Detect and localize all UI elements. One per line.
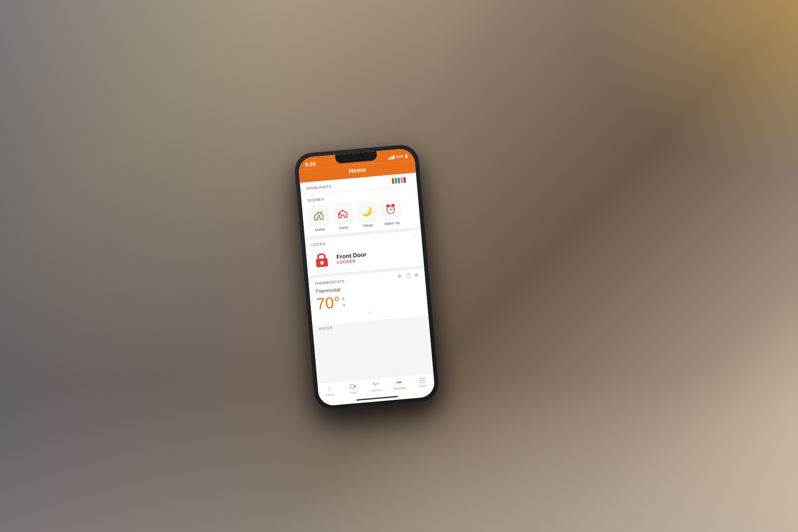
highlights-label: HIGHLIGHTS: [306, 184, 331, 190]
scene-sleep-label: Sleep: [363, 223, 373, 228]
more-nav-icon: [419, 377, 426, 383]
locks-chevron-icon: ›: [414, 233, 416, 239]
scenes-label: SCENES: [307, 197, 324, 202]
scene-item-wakeup[interactable]: ⏰ Wake Up: [380, 199, 402, 226]
svg-line-5: [419, 378, 425, 379]
thermo-controls: ❄ ⏱ ✻: [397, 271, 419, 280]
video-nav-label: Video: [349, 390, 358, 395]
thermostats-label: THERMOSTATS: [315, 279, 345, 286]
content-area: HIGHLIGHTS ›: [300, 173, 433, 383]
lock-icon: [312, 249, 332, 269]
nav-item-activity[interactable]: Activity: [364, 380, 388, 394]
scene-home-label: Home: [315, 227, 325, 232]
scene-wakeup-label: Wake Up: [384, 221, 399, 226]
lock-icon-container: [312, 249, 332, 271]
locks-label: LOCKS: [311, 241, 325, 247]
svg-line-6: [419, 380, 425, 381]
scenes-chevron-icon: ›: [410, 189, 412, 195]
temp-up-arrow[interactable]: ∧: [341, 296, 345, 302]
svg-rect-3: [350, 384, 354, 389]
nav-item-discover[interactable]: Discover: [387, 378, 411, 392]
phone-outer-shell: 6:26 ▾▴▾ ▮ Home: [293, 143, 440, 411]
scene-item-sleep[interactable]: 🌙 Sleep: [356, 201, 378, 228]
scene-item-away[interactable]: Away: [332, 203, 354, 230]
home-nav-label: Home: [325, 393, 335, 397]
scene-away-label: Away: [339, 225, 349, 230]
fan-icon[interactable]: ✻: [414, 271, 419, 278]
wakeup-alarm-icon: ⏰: [385, 204, 397, 215]
scene-wakeup-icon-box: ⏰: [380, 199, 401, 220]
status-time: 6:26: [305, 161, 316, 168]
discover-nav-icon: [395, 379, 403, 386]
scene-home-icon-box: [308, 205, 330, 227]
phone-screen: 6:26 ▾▴▾ ▮ Home: [298, 148, 435, 406]
signal-bars-icon: [388, 155, 395, 159]
svg-line-7: [420, 382, 426, 383]
home-scene-icon: [313, 210, 325, 222]
background-scene: 6:26 ▾▴▾ ▮ Home: [0, 0, 798, 532]
svg-rect-4: [399, 382, 400, 383]
more-nav-label: More: [419, 384, 427, 388]
timer-icon[interactable]: ⏱: [405, 272, 411, 279]
scene-away-icon-box: [332, 203, 354, 224]
wifi-icon: ▾▴▾: [396, 153, 404, 160]
phone-wrapper: 6:26 ▾▴▾ ▮ Home: [293, 143, 440, 411]
activity-nav-icon: [372, 381, 379, 388]
away-scene-icon: [337, 208, 348, 219]
activity-nav-label: Activity: [371, 388, 382, 393]
sleep-moon-icon: 🌙: [361, 206, 373, 217]
nav-item-more[interactable]: More: [411, 377, 435, 389]
lock-info: Front Door LOCKED: [336, 251, 367, 264]
water-label: WATER: [318, 325, 333, 331]
app-title: Home: [348, 166, 366, 175]
scene-item-home[interactable]: Home: [308, 205, 330, 232]
nav-item-video[interactable]: Video: [341, 382, 365, 395]
battery-icon: ▮: [405, 153, 408, 158]
status-icons: ▾▴▾ ▮: [388, 153, 408, 160]
svg-rect-2: [321, 263, 323, 265]
scene-sleep-icon-box: 🌙: [356, 201, 377, 222]
scenes-grid: Home Away: [308, 198, 414, 233]
home-nav-icon: ⌂: [327, 384, 332, 392]
highlights-chevron-icon: ›: [409, 177, 411, 182]
snowflake-icon[interactable]: ❄: [397, 273, 402, 280]
video-nav-icon: [349, 383, 356, 390]
temp-down-arrow[interactable]: ∨: [342, 302, 346, 308]
discover-nav-label: Discover: [393, 386, 406, 391]
temp-adjust-controls[interactable]: ∧ ∨: [341, 296, 346, 308]
temperature-value: 70°: [315, 293, 341, 313]
highlights-icons: [392, 177, 406, 184]
nav-item-home[interactable]: ⌂ Home: [318, 384, 342, 398]
